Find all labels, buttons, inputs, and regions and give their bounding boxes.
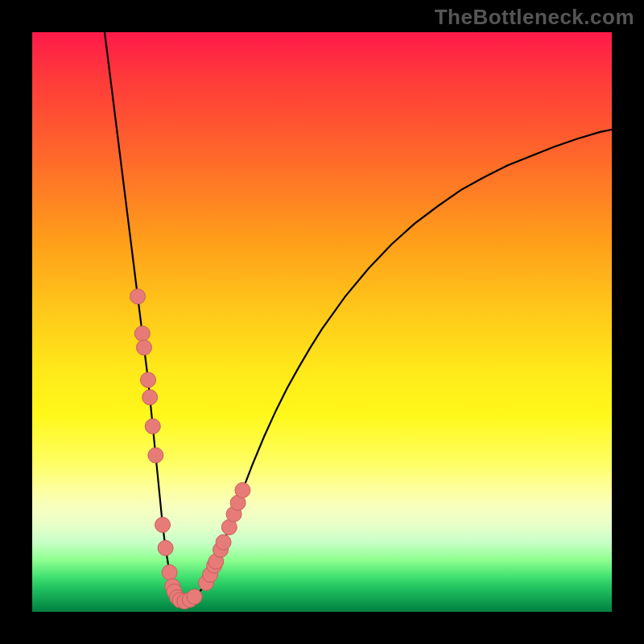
curve-marker xyxy=(187,589,202,605)
curve-line xyxy=(105,32,612,601)
plot-area xyxy=(32,32,612,612)
curve-marker xyxy=(136,340,151,355)
curve-marker xyxy=(216,535,231,550)
curve-marker xyxy=(162,565,177,580)
curve-marker xyxy=(158,540,173,555)
watermark-text: TheBottleneck.com xyxy=(435,5,634,30)
curve-marker xyxy=(148,448,163,463)
curve-marker xyxy=(134,326,150,341)
curve-marker xyxy=(130,289,146,304)
curve-marker xyxy=(155,518,171,533)
curve-marker xyxy=(141,373,156,388)
curve-marker xyxy=(145,419,160,434)
chart-svg xyxy=(32,32,612,612)
curve-markers xyxy=(130,289,250,609)
curve-marker xyxy=(235,482,250,497)
curve-marker xyxy=(142,390,158,405)
chart-container: TheBottleneck.com xyxy=(0,0,644,644)
